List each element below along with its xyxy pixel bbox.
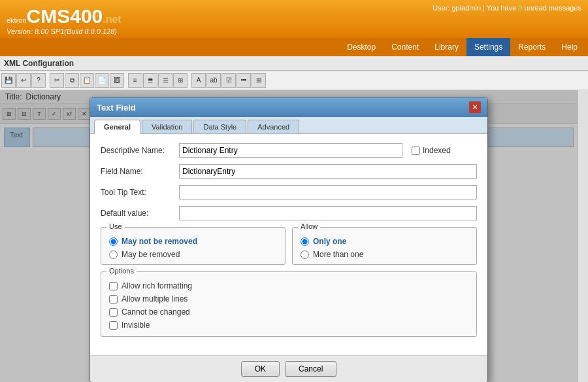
nav-reports[interactable]: Reports [510,38,553,56]
tb-undo[interactable]: ↩ [16,73,31,88]
default-value-input[interactable] [179,206,477,220]
unread-label: unread messages [525,4,581,12]
nav-library[interactable]: Library [427,38,466,56]
tb-paste2[interactable]: 📄 [95,73,109,88]
field-name-input[interactable] [179,164,477,179]
tb-list4[interactable]: ⊞ [173,73,188,88]
ok-button[interactable]: OK [241,361,280,377]
option-multiple-lines: Allow multiple lines [109,294,468,304]
tb-cut[interactable]: ✂ [50,73,64,88]
content-area: Title: Dictionary ⊞ ⊟ T ✓ x² ✕ Text Text… [0,90,588,382]
nav-help[interactable]: Help [553,38,585,56]
dialog-titlebar: Text Field ✕ [90,97,487,117]
tb-format4[interactable]: ≔ [237,73,251,88]
indexed-label: Indexed [423,146,451,155]
dialog-close-button[interactable]: ✕ [469,101,481,113]
use-label-1: May not be removed [122,237,197,246]
workspace: Title: Dictionary ⊞ ⊟ T ✓ x² ✕ Text Text… [0,90,578,382]
user-text: User: gpiadmin | You have [433,4,518,12]
rich-formatting-checkbox[interactable] [109,282,118,290]
descriptive-name-label: Descriptive Name: [101,146,179,155]
multiple-lines-label: Allow multiple lines [122,294,188,304]
dialog-tabs: General Validation Data Style Advanced [90,117,487,134]
tab-general[interactable]: General [94,120,140,134]
nav-settings[interactable]: Settings [466,38,510,56]
unread-link[interactable]: 0 [518,4,522,12]
tb-format3[interactable]: ☑ [221,73,236,88]
user-info: User: gpiadmin | You have 0 unread messa… [433,4,581,12]
use-radio-2[interactable] [109,251,118,259]
descriptive-name-row: Descriptive Name: Indexed [101,143,477,158]
tb-format1[interactable]: A [191,73,206,88]
allow-label-1: Only one [313,237,346,246]
tb-paste[interactable]: 📋 [80,73,94,88]
field-name-label: Field Name: [101,167,179,176]
option-invisible: Invisible [109,321,468,330]
default-value-row: Default value: [101,206,477,220]
nav-content[interactable]: Content [384,38,427,56]
tb-format5[interactable]: ⊞ [252,73,266,88]
allow-option-1: Only one [301,237,468,246]
cannot-change-label: Cannot be changed [122,307,190,317]
option-rich-formatting: Allow rich formatting [109,281,468,290]
version-label: Version: 8.00 SP1(Build 8.0.0.128) [7,27,581,35]
tab-advanced[interactable]: Advanced [248,120,299,133]
use-option-1: May not be removed [109,237,277,246]
nav-bar: Desktop Content Library Settings Reports… [0,38,588,56]
multiple-lines-checkbox[interactable] [109,295,118,304]
tb-list1[interactable]: ≡ [128,73,142,88]
allow-label-2: More than one [313,250,363,259]
tb-save[interactable]: 💾 [1,73,16,88]
use-group: Use May not be removed May be removed [101,227,286,265]
nav-desktop[interactable]: Desktop [339,38,384,56]
top-bar: ektron CMS400.net Version: 8.00 SP1(Buil… [0,0,588,38]
tb-list2[interactable]: ≣ [143,73,157,88]
brand-label: ektron [7,16,27,24]
indexed-checkbox[interactable] [412,147,420,155]
tooltip-label: Tool Tip Text: [101,188,179,197]
rich-formatting-label: Allow rich formatting [122,281,192,290]
dialog-title: Text Field [97,103,136,113]
allow-radio-1[interactable] [301,237,309,246]
dialog-body: Descriptive Name: Indexed Field Name: [90,134,487,355]
xml-bar-title: XML Configuration [4,59,74,68]
toolbar: 💾 ↩ ? ✂ ⧉ 📋 📄 🖼 ≡ ≣ ☰ ⊞ A ab ☑ ≔ ⊞ [0,71,588,90]
use-allow-groups: Use May not be removed May be removed [101,227,477,265]
allow-radio-2[interactable] [301,251,309,259]
allow-option-2: More than one [301,250,468,259]
right-scrollbar[interactable] [578,90,588,382]
tb-format2[interactable]: ab [206,73,221,88]
indexed-wrap: Indexed [412,146,477,155]
tb-copy[interactable]: ⧉ [65,73,79,88]
tab-data-style[interactable]: Data Style [193,120,246,133]
tb-list3[interactable]: ☰ [158,73,172,88]
cannot-change-checkbox[interactable] [109,308,118,317]
use-legend: Use [106,222,125,230]
dialog-overlay: Text Field ✕ General Validation Data Sty… [0,90,578,382]
option-cannot-change: Cannot be changed [109,307,468,317]
use-option-2: May be removed [109,250,277,259]
options-group: Options Allow rich formatting Allow mult… [101,271,477,337]
tb-img[interactable]: 🖼 [110,73,124,88]
text-field-dialog: Text Field ✕ General Validation Data Sty… [90,97,488,382]
default-value-label: Default value: [101,209,179,218]
tooltip-input[interactable] [179,185,477,200]
tooltip-row: Tool Tip Text: [101,185,477,200]
use-radio-1[interactable] [109,237,118,246]
allow-group: Allow Only one More than one [292,227,477,265]
dialog-footer: OK Cancel [90,355,487,382]
allow-legend: Allow [298,222,320,230]
invisible-label: Invisible [122,321,150,330]
xml-config-bar: XML Configuration [0,56,588,71]
descriptive-name-input[interactable] [179,143,402,158]
cms-label: CMS400 [27,5,103,27]
tab-validation[interactable]: Validation [142,120,193,133]
options-legend: Options [106,267,137,275]
net-label: .net [103,14,121,26]
cancel-button[interactable]: Cancel [285,361,336,377]
invisible-checkbox[interactable] [109,321,118,330]
tb-help[interactable]: ? [31,73,46,88]
field-name-row: Field Name: [101,164,477,179]
use-label-2: May be removed [122,250,180,259]
